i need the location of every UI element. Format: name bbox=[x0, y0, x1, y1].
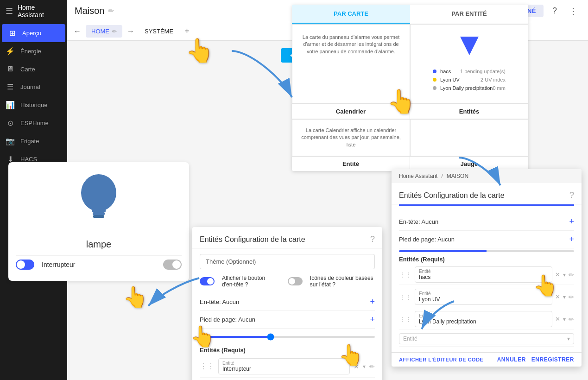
entity2-lyon-uv-edit[interactable]: ✏ bbox=[569, 293, 574, 301]
tab-home-edit-icon[interactable]: ✏ bbox=[112, 28, 117, 35]
toggle-off[interactable] bbox=[163, 260, 182, 270]
edit-title-icon[interactable]: ✏ bbox=[108, 6, 114, 15]
menu-icon[interactable]: ☰ bbox=[6, 6, 13, 16]
entity-clear-btn[interactable]: ✕ bbox=[354, 363, 359, 370]
tab-home[interactable]: HOME ✏ bbox=[86, 25, 122, 38]
config2-header-maison: MAISON bbox=[447, 173, 468, 179]
sidebar-item-historique[interactable]: 📊 Historique bbox=[0, 96, 67, 114]
config-help-icon[interactable]: ? bbox=[370, 234, 375, 244]
lamp-label: lampe bbox=[86, 239, 111, 250]
toggle-knob-show bbox=[207, 278, 214, 285]
chooser-tab-par-carte[interactable]: PAR CARTE bbox=[292, 5, 410, 24]
show-header-toggle[interactable] bbox=[200, 277, 215, 285]
entites-icon bbox=[455, 32, 483, 60]
config-slider[interactable] bbox=[200, 336, 375, 338]
entities-info: hacs 1 pending update(s) Lyon UV 2 UV in… bbox=[429, 63, 509, 96]
color-toggle-knob bbox=[289, 278, 295, 285]
header-add-btn[interactable]: + bbox=[370, 297, 375, 307]
entity-lyon-uv-value: 2 UV index bbox=[481, 77, 506, 82]
cancel-button-2[interactable]: ANNULER bbox=[497, 356, 526, 363]
page-title: Maison bbox=[75, 6, 104, 16]
drag-icon-lyon-uv[interactable]: ⋮⋮ bbox=[399, 293, 412, 301]
config-dialog-2-title: Entités Configuration de la carte bbox=[399, 191, 505, 200]
sidebar-label-hacs: HACS bbox=[20, 156, 37, 163]
interrupteur-label: Interrupteur bbox=[42, 261, 75, 268]
entity2-hacs-edit[interactable]: ✏ bbox=[569, 271, 574, 279]
calendrier-desc: La carte Calendrier affiche un calendrie… bbox=[300, 127, 402, 148]
help-icon-button[interactable]: ? bbox=[547, 4, 562, 19]
config2-entities-section: Entités (Requis) bbox=[399, 256, 574, 263]
sidebar-label-journal: Journal bbox=[20, 83, 40, 90]
theme-select[interactable]: Thème (Optionnel) bbox=[200, 254, 375, 269]
card-entites-item[interactable] bbox=[410, 119, 528, 156]
sidebar-item-journal[interactable]: ☰ Journal bbox=[0, 78, 67, 96]
bulb-svg bbox=[78, 173, 120, 220]
sidebar-item-carte[interactable]: 🖥 Carte bbox=[0, 60, 67, 78]
sidebar-item-frigate[interactable]: 📷 Frigate bbox=[0, 132, 67, 150]
entity2-lyon-precip-edit[interactable]: ✏ bbox=[569, 316, 574, 323]
sidebar-item-apercu[interactable]: ⊞ Aperçu bbox=[2, 24, 65, 42]
config2-header-home: Home Assistant bbox=[399, 173, 437, 179]
toggle-knob-right bbox=[172, 260, 181, 269]
interrupteur-toggle[interactable] bbox=[16, 260, 34, 270]
config2-help-icon[interactable]: ? bbox=[569, 190, 574, 200]
entity-lyon-uv-label: Lyon UV bbox=[440, 77, 460, 82]
jauge-title: Jauge bbox=[414, 160, 525, 167]
card-alarm[interactable]: La carte du panneau d'alarme vous permet… bbox=[292, 24, 410, 104]
chooser-tab-par-entite[interactable]: PAR ENTITÉ bbox=[410, 5, 528, 24]
entity2-lyon-uv-clear[interactable]: ✕ bbox=[555, 293, 560, 300]
entites-title: Entités bbox=[414, 108, 525, 115]
config-dialog-2-footer: AFFICHER L'ÉDITEUR DE CODE ANNULER ENREG… bbox=[392, 352, 582, 367]
lamp-bulb bbox=[76, 173, 122, 234]
sidebar-item-energie[interactable]: ⚡ Énergie bbox=[0, 42, 67, 60]
calendrier-title: Calendrier bbox=[296, 108, 406, 115]
config2-entity-hacs: ⋮⋮ Entité hacs ✕ ▾ ✏ bbox=[399, 265, 574, 285]
entities-section-title: Entités (Requis) bbox=[200, 347, 375, 354]
more-options-button[interactable]: ⋮ bbox=[566, 4, 581, 19]
config2-entity-lyon-uv: ⋮⋮ Entité Lyon UV ✕ ▾ ✏ bbox=[399, 287, 574, 307]
color-toggle[interactable] bbox=[288, 277, 303, 285]
sidebar-label-carte: Carte bbox=[20, 66, 35, 73]
toggle1-label: Afficher le bouton d'en-tête ? bbox=[222, 275, 273, 288]
entity-edit-btn[interactable]: ✏ bbox=[369, 363, 375, 370]
config2-entity-empty: Entité ▾ bbox=[399, 331, 574, 347]
chooser-tabs: PAR CARTE PAR ENTITÉ bbox=[292, 5, 528, 24]
tab-systeme[interactable]: SYSTÈME bbox=[139, 25, 179, 38]
config2-footer-add[interactable]: + bbox=[569, 234, 574, 244]
historique-icon: 📊 bbox=[6, 101, 15, 109]
sidebar-header: ☰ Home Assistant bbox=[0, 0, 67, 22]
sidebar-item-esphome[interactable]: ⊙ ESPHome bbox=[0, 114, 67, 132]
energie-icon: ⚡ bbox=[6, 47, 15, 56]
interrupteur-row: Interrupteur bbox=[16, 255, 182, 273]
entity-lyon-precip-label: Lyon Daily precipitation bbox=[440, 85, 493, 91]
drag-icon-hacs[interactable]: ⋮⋮ bbox=[399, 271, 412, 279]
alarm-desc: La carte du panneau d'alarme vous permet… bbox=[300, 34, 402, 55]
sidebar-label-apercu: Aperçu bbox=[22, 30, 41, 37]
tab-right-arrow[interactable]: → bbox=[124, 25, 137, 38]
tab-add-button[interactable]: + bbox=[181, 25, 193, 38]
entity2-lyon-precip-clear[interactable]: ✕ bbox=[555, 316, 560, 323]
drag-icon-lyon-precip[interactable]: ⋮⋮ bbox=[399, 316, 412, 323]
tab-left-arrow[interactable]: ← bbox=[71, 25, 84, 38]
config2-code-link[interactable]: AFFICHER L'ÉDITEUR DE CODE bbox=[399, 357, 483, 362]
toggle-knob bbox=[17, 260, 25, 269]
frigate-icon: 📷 bbox=[6, 137, 15, 146]
drag-icon[interactable]: ⋮⋮ bbox=[200, 362, 215, 371]
config2-header-add[interactable]: + bbox=[569, 217, 574, 227]
entity2-hacs-clear[interactable]: ✕ bbox=[555, 271, 560, 278]
config-dialog-1-body: Thème (Optionnel) Afficher le bouton d'e… bbox=[192, 248, 382, 380]
sidebar-label-energie: Énergie bbox=[20, 48, 41, 55]
card-calendrier-item[interactable]: La carte Calendrier affiche un calendrie… bbox=[292, 119, 410, 156]
config-dialog-2-body: En-tête: Aucun + Pied de page: Aucun + E… bbox=[392, 208, 582, 352]
footer-label: Pied de page: Aucun bbox=[200, 316, 255, 323]
footer-add-btn[interactable]: + bbox=[370, 315, 375, 324]
config2-header-row: En-tête: Aucun + bbox=[399, 213, 574, 231]
entite-title: Entité bbox=[296, 160, 406, 167]
entity2-lyon-precip-value: Lyon Daily precipitation bbox=[419, 318, 548, 325]
header-label: En-tête: Aucun bbox=[200, 298, 239, 305]
esphome-icon: ⊙ bbox=[6, 119, 15, 127]
save-button-2[interactable]: ENREGISTRER bbox=[531, 356, 574, 363]
card-entites[interactable]: hacs 1 pending update(s) Lyon UV 2 UV in… bbox=[410, 24, 528, 104]
app-title: Home Assistant bbox=[18, 4, 62, 19]
entity-lyon-precip-value: 0 mm bbox=[493, 85, 506, 91]
